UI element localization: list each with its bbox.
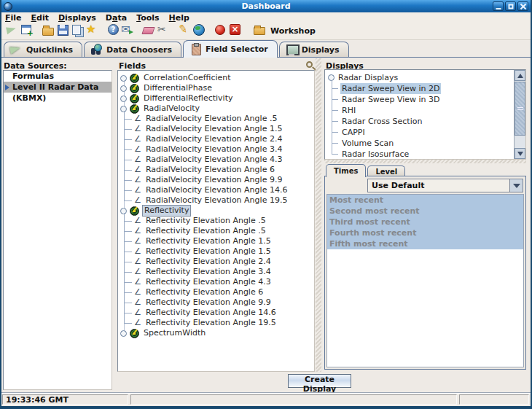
display-item[interactable]: Radar Isosurface [340,149,410,160]
field-item[interactable]: Reflectivity Elevation Angle 6 [144,287,265,297]
tab-times[interactable]: Times [326,164,366,177]
field-item[interactable]: SpectrumWidth [142,328,207,338]
open-file-icon[interactable] [42,23,54,36]
display-item[interactable]: Radar Cross Section [340,116,423,127]
expand-handle-icon[interactable] [120,85,127,92]
close-button[interactable] [517,1,528,11]
create-display-button[interactable]: Create Display [288,374,351,388]
field-item[interactable]: Reflectivity Elevation Angle 1.5 [144,246,273,257]
field-tree-row: Reflectivity Elevation Angle 3.4 [118,267,314,277]
display-item[interactable]: Radar Sweep View in 2D [340,83,441,94]
field-item[interactable]: RadialVelocity Elevation Angle 6 [144,165,276,175]
field-item[interactable]: RadialVelocity Elevation Angle 9.9 [144,175,284,185]
field-item[interactable]: Reflectivity [142,205,191,217]
status-message-cell [130,394,457,405]
field-item[interactable]: RadialVelocity Elevation Angle .5 [144,114,279,124]
workshop-folder-icon[interactable] [253,23,265,36]
data-source-item[interactable]: Formulas [4,71,112,82]
display-group-label[interactable]: Radar Displays [337,72,399,83]
maximize-button[interactable] [505,1,516,11]
save-as-icon[interactable] [71,23,83,36]
field-item[interactable]: Reflectivity Elevation Angle .5 [144,226,267,236]
vertical-splitter[interactable] [316,58,321,372]
menu-file[interactable]: File [5,13,22,23]
tab-quicklinks[interactable]: Quicklinks [4,42,82,57]
expand-handle-icon[interactable] [120,330,127,337]
title-bar[interactable]: Dashboard [1,0,531,12]
tab-displays[interactable]: Displays [279,42,349,57]
field-search-icon[interactable] [306,61,313,68]
edit-icon[interactable] [178,23,190,36]
display-item[interactable]: Radar Sweep View in 3D [340,94,441,105]
field-item[interactable]: Reflectivity Elevation Angle 3.4 [144,267,273,277]
field-item[interactable]: Reflectivity Elevation Angle 2.4 [144,257,273,267]
elevation-angle-icon [134,124,141,134]
new-display-icon[interactable] [20,23,33,36]
field-tree-row: RadialVelocity Elevation Angle 4.3 [118,155,314,165]
tab-data-choosers[interactable]: Data Choosers [84,42,181,57]
menu-help[interactable]: Help [169,13,189,23]
time-list-item[interactable]: Second most recent [327,206,523,217]
data-source-item[interactable]: Level II Radar Data (KBMX) [4,82,112,93]
globe-icon[interactable] [192,23,205,36]
field-item[interactable]: Reflectivity Elevation Angle 19.5 [144,318,278,328]
field-item[interactable]: RadialVelocity Elevation Angle 19.5 [144,195,289,206]
record-icon[interactable] [214,23,226,36]
time-list-item[interactable]: Most recent [327,195,523,206]
field-item[interactable]: DifferentialPhase [142,83,214,93]
time-list-item[interactable]: Third most recent [327,217,523,227]
scroll-down-button[interactable] [515,148,525,159]
scroll-up-button[interactable] [515,70,525,81]
support-form-icon[interactable] [121,23,133,36]
dashboard-window: Dashboard FileEditDisplaysDataToolsHelp … [0,0,532,409]
main-tabs: QuicklinksData ChoosersField SelectorDis… [1,40,531,58]
save-icon[interactable] [56,23,69,36]
tab-level[interactable]: Level [367,165,405,176]
minimize-button[interactable] [493,1,504,11]
help-icon[interactable] [106,23,119,36]
field-item[interactable]: RadialVelocity Elevation Angle 4.3 [144,155,284,165]
displays-scrollbar[interactable] [514,70,525,159]
exit-icon[interactable] [228,23,240,36]
tab-field-selector[interactable]: Field Selector [183,40,278,58]
field-item[interactable]: RadialVelocity [142,104,201,114]
combo-dropdown-button[interactable] [509,179,523,192]
field-tree-row: RadialVelocity [118,104,314,114]
field-item[interactable]: Reflectivity Elevation Angle 4.3 [144,277,273,287]
field-tree-row: DifferentialReflectivity [118,93,314,104]
remove-displays-icon[interactable] [142,23,154,36]
field-item[interactable]: Reflectivity Elevation Angle 14.6 [144,308,278,318]
time-list-item[interactable]: Fifth most recent [327,238,523,249]
expand-handle-icon[interactable] [120,96,127,102]
field-tree-row: RadialVelocity Elevation Angle 19.5 [118,195,314,206]
field-item[interactable]: Reflectivity Elevation Angle .5 [144,216,267,226]
time-list-item[interactable]: Fourth most recent [327,227,523,238]
cut-icon[interactable] [157,23,169,36]
favorites-icon[interactable] [85,23,98,36]
quicklinks-icon[interactable] [6,23,18,36]
field-item[interactable]: Reflectivity Elevation Angle 9.9 [144,297,273,308]
field-item[interactable]: RadialVelocity Elevation Angle 3.4 [144,144,284,155]
menu-edit[interactable]: Edit [31,13,49,23]
menu-tools[interactable]: Tools [136,13,159,23]
times-mode-combo[interactable]: Use Default [367,179,523,192]
status-cell-right [459,394,529,405]
scrollbar-thumb[interactable] [515,82,525,136]
field-item[interactable]: RadialVelocity Elevation Angle 2.4 [144,134,284,144]
minimize-icon [496,8,501,9]
display-item[interactable]: CAPPI [340,127,367,138]
display-item[interactable]: Volume Scan [340,138,395,149]
field-item[interactable]: DifferentialReflectivity [142,93,234,104]
selection-arrow-icon [5,85,9,90]
field-tree-row: CorrelationCoefficient [118,73,314,83]
field-tree-row: Reflectivity Elevation Angle 1.5 [118,246,314,257]
menu-data[interactable]: Data [106,13,127,23]
field-item[interactable]: Reflectivity Elevation Angle 1.5 [144,236,273,246]
display-item[interactable]: RHI [340,105,357,116]
expand-handle-icon[interactable] [120,75,127,82]
field-item[interactable]: RadialVelocity Elevation Angle 1.5 [144,124,284,134]
field-tree-row: Reflectivity [118,206,314,216]
menu-displays[interactable]: Displays [58,13,96,23]
field-item[interactable]: RadialVelocity Elevation Angle 14.6 [144,185,289,195]
field-item[interactable]: CorrelationCoefficient [142,73,232,83]
